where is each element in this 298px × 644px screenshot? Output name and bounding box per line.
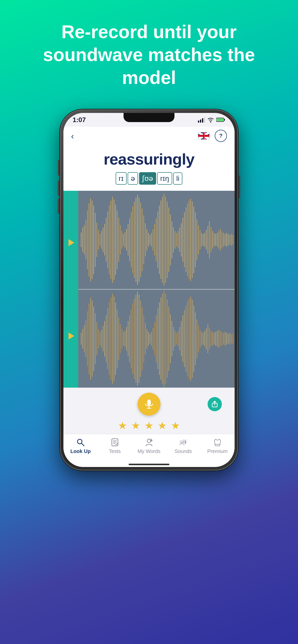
phonetics: rɪ ə ʃʊə rɪŋ li — [71, 172, 227, 185]
svg-rect-32 — [103, 228, 103, 252]
svg-rect-173 — [168, 306, 169, 371]
svg-rect-58 — [143, 215, 144, 264]
svg-rect-95 — [201, 233, 202, 247]
nav-item-lookup[interactable]: Look Up — [68, 438, 93, 454]
svg-rect-96 — [203, 234, 204, 246]
share-icon — [211, 401, 218, 408]
star-1: ★ — [118, 420, 127, 431]
svg-rect-211 — [228, 334, 228, 344]
svg-rect-16 — [198, 135, 210, 137]
svg-rect-0 — [198, 121, 199, 123]
svg-rect-183 — [184, 310, 185, 367]
svg-rect-6 — [224, 119, 225, 121]
nav-item-mywords[interactable]: My Words — [136, 438, 162, 454]
mic-button[interactable] — [138, 393, 160, 416]
svg-rect-135 — [109, 302, 110, 375]
svg-rect-81 — [179, 228, 180, 252]
svg-rect-61 — [148, 233, 149, 247]
svg-rect-184 — [186, 305, 186, 372]
svg-rect-108 — [222, 231, 222, 248]
phonetic-seg-1[interactable]: ə — [128, 172, 138, 185]
svg-point-225 — [147, 439, 151, 443]
svg-rect-40 — [115, 204, 116, 275]
svg-rect-128 — [98, 329, 99, 348]
phonetic-seg-4[interactable]: li — [173, 172, 182, 185]
svg-rect-1 — [200, 120, 201, 123]
svg-rect-190 — [195, 312, 196, 365]
nav-item-sounds[interactable]: Sounds — [170, 438, 196, 454]
svg-rect-146 — [126, 327, 127, 350]
svg-rect-85 — [186, 208, 186, 272]
svg-rect-69 — [160, 201, 161, 279]
svg-rect-15 — [203, 132, 205, 140]
language-flag[interactable] — [198, 132, 210, 140]
svg-rect-36 — [109, 206, 110, 274]
svg-rect-75 — [170, 214, 171, 265]
svg-rect-66 — [156, 218, 157, 261]
svg-rect-53 — [136, 198, 136, 282]
svg-rect-30 — [100, 234, 100, 246]
svg-rect-18 — [81, 232, 82, 247]
svg-rect-121 — [87, 311, 88, 366]
play-button-bottom[interactable] — [69, 332, 74, 340]
svg-rect-193 — [200, 330, 200, 347]
svg-rect-65 — [154, 224, 155, 255]
svg-rect-209 — [225, 332, 225, 345]
svg-rect-156 — [142, 307, 143, 370]
svg-rect-115 — [233, 235, 233, 245]
svg-rect-38 — [112, 197, 113, 283]
play-button-top[interactable] — [69, 239, 74, 246]
svg-rect-169 — [162, 294, 163, 384]
phonetic-seg-0[interactable]: rɪ — [116, 172, 127, 185]
svg-rect-23 — [89, 203, 89, 276]
share-button[interactable] — [208, 397, 222, 411]
svg-rect-194 — [201, 332, 202, 345]
svg-rect-123 — [90, 297, 91, 380]
svg-rect-138 — [114, 296, 114, 381]
svg-rect-54 — [137, 195, 138, 285]
svg-rect-29 — [98, 230, 99, 250]
svg-rect-99 — [208, 226, 208, 254]
svg-rect-122 — [89, 303, 89, 374]
svg-rect-76 — [171, 221, 172, 258]
svg-rect-89 — [192, 201, 193, 278]
svg-rect-167 — [159, 302, 160, 375]
svg-rect-94 — [200, 230, 200, 250]
svg-rect-158 — [145, 323, 146, 354]
svg-rect-48 — [128, 224, 128, 255]
phonetic-seg-3[interactable]: rɪŋ — [157, 172, 172, 185]
svg-rect-136 — [111, 297, 111, 380]
svg-rect-46 — [125, 232, 125, 248]
nav-item-tests[interactable]: Tests — [102, 438, 128, 454]
svg-rect-106 — [219, 231, 219, 248]
teal-sidebar — [63, 191, 78, 388]
svg-rect-55 — [139, 198, 139, 282]
phonetic-seg-2[interactable]: ʃʊə — [139, 172, 156, 185]
word-title: reassuringly — [71, 150, 227, 168]
svg-rect-91 — [195, 212, 196, 267]
status-time: 1:07 — [73, 116, 86, 124]
nav-item-premium[interactable]: Premium — [205, 438, 230, 454]
star-4: ★ — [158, 420, 167, 431]
svg-rect-197 — [206, 328, 207, 349]
svg-rect-112 — [228, 234, 228, 246]
svg-rect-118 — [82, 329, 83, 348]
svg-rect-22 — [87, 210, 88, 269]
svg-rect-93 — [198, 225, 199, 255]
star-3: ★ — [144, 420, 154, 431]
help-button[interactable]: ? — [215, 130, 227, 142]
svg-rect-170 — [164, 290, 165, 387]
svg-rect-62 — [150, 235, 150, 245]
svg-rect-179 — [178, 331, 179, 346]
svg-rect-79 — [176, 233, 177, 247]
svg-rect-47 — [126, 229, 127, 251]
back-button[interactable]: ‹ — [71, 131, 74, 141]
svg-rect-205 — [219, 330, 219, 347]
svg-rect-100 — [209, 221, 210, 258]
svg-rect-77 — [173, 227, 174, 253]
svg-rect-172 — [167, 299, 168, 378]
svg-rect-174 — [170, 314, 171, 363]
svg-rect-130 — [101, 330, 102, 347]
svg-rect-34 — [106, 218, 106, 262]
svg-rect-97 — [204, 233, 205, 247]
